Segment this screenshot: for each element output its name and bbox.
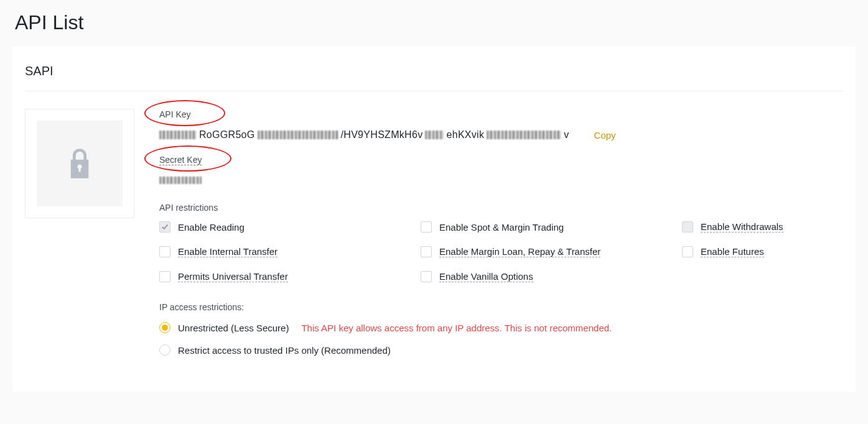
api-card: SAPI API Key RoGGR5oG /HV9YHSZMkH6v (12, 47, 856, 392)
lock-icon (68, 149, 91, 178)
checkbox-icon (159, 271, 170, 282)
restriction-checkbox[interactable]: Enable Internal Transfer (159, 246, 421, 257)
restriction-checkbox[interactable]: Enable Spot & Margin Trading (421, 221, 682, 233)
ip-warning-text: This API key allows access from any IP a… (301, 323, 612, 333)
checkbox-label: Enable Futures (701, 246, 764, 257)
restrictions-grid: Enable ReadingEnable Spot & Margin Tradi… (159, 221, 843, 282)
copy-button[interactable]: Copy (594, 130, 616, 141)
checkbox-icon (682, 246, 693, 257)
checkbox-icon (682, 221, 693, 233)
checkbox-label: Enable Vanilla Options (439, 271, 533, 282)
card-title: SAPI (25, 64, 843, 91)
ip-option[interactable]: Restrict access to trusted IPs only (Rec… (159, 344, 843, 356)
radio-icon (159, 344, 170, 356)
api-key-label: API Key (159, 109, 191, 119)
restriction-checkbox[interactable]: Enable Withdrawals (682, 221, 843, 233)
radio-icon (159, 322, 170, 333)
checkbox-icon (421, 221, 432, 233)
ip-restrictions-title: IP access restrictions: (159, 302, 843, 312)
ip-options: Unrestricted (Less Secure)This API key a… (159, 322, 843, 356)
restriction-checkbox[interactable]: Enable Margin Loan, Repay & Transfer (421, 246, 682, 257)
api-key-field: API Key RoGGR5oG /HV9YHSZMkH6v ehKXvik v… (159, 109, 843, 141)
radio-label: Unrestricted (Less Secure) (178, 323, 289, 333)
checkbox-label: Enable Reading (178, 222, 245, 233)
page-title: API List (0, 0, 868, 47)
qr-inner (37, 121, 123, 206)
checkbox-icon (159, 246, 170, 257)
secret-key-field: Secret Key (159, 154, 843, 187)
qr-placeholder (25, 109, 134, 218)
checkbox-icon (159, 221, 170, 233)
restriction-checkbox[interactable]: Enable Futures (682, 246, 843, 257)
restriction-checkbox[interactable]: Enable Vanilla Options (421, 271, 682, 282)
fields-column: API Key RoGGR5oG /HV9YHSZMkH6v ehKXvik v… (159, 109, 843, 367)
restriction-checkbox[interactable]: Permits Universal Transfer (159, 271, 421, 282)
card-body: API Key RoGGR5oG /HV9YHSZMkH6v ehKXvik v… (25, 109, 843, 367)
radio-label: Restrict access to trusted IPs only (Rec… (178, 345, 391, 356)
checkbox-label: Enable Margin Loan, Repay & Transfer (439, 246, 600, 257)
checkbox-icon (421, 271, 432, 282)
checkbox-icon (421, 246, 432, 257)
secret-key-value (159, 177, 202, 184)
api-key-value: RoGGR5oG /HV9YHSZMkH6v ehKXvik v (159, 129, 569, 141)
secret-key-label: Secret Key (159, 155, 202, 165)
checkbox-label: Permits Universal Transfer (178, 271, 288, 282)
checkbox-label: Enable Withdrawals (701, 221, 783, 233)
checkbox-label: Enable Internal Transfer (178, 246, 278, 257)
restriction-checkbox[interactable]: Enable Reading (159, 221, 421, 233)
checkbox-label: Enable Spot & Margin Trading (439, 222, 564, 233)
ip-option[interactable]: Unrestricted (Less Secure)This API key a… (159, 322, 843, 333)
api-restrictions-label: API restrictions (159, 203, 843, 213)
